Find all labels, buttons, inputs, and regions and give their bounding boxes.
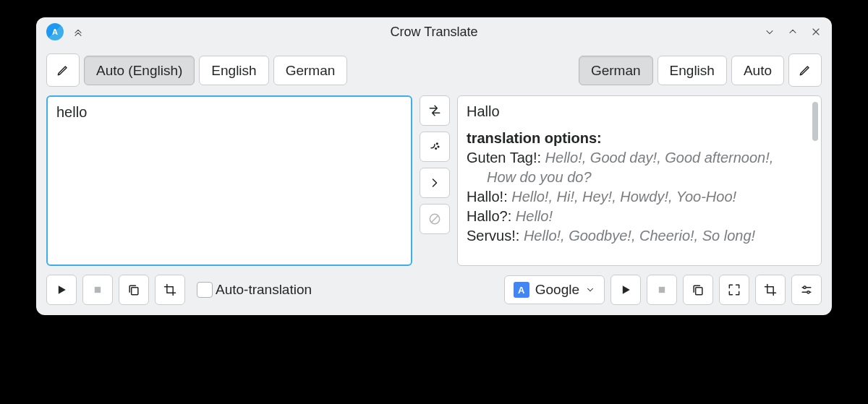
play-translation-button[interactable] bbox=[610, 275, 641, 305]
crop-icon bbox=[763, 283, 778, 297]
svg-point-3 bbox=[438, 146, 439, 147]
stop-translation-button[interactable] bbox=[647, 275, 677, 305]
google-translate-icon: A bbox=[514, 282, 529, 298]
ocr-source-button[interactable] bbox=[155, 275, 185, 305]
play-icon bbox=[618, 283, 633, 297]
svg-point-14 bbox=[804, 286, 806, 288]
play-source-button[interactable] bbox=[46, 275, 77, 305]
edit-target-langs-button[interactable] bbox=[788, 53, 822, 87]
app-icon: A bbox=[46, 23, 64, 40]
source-text-input[interactable] bbox=[46, 95, 412, 266]
source-lang-english[interactable]: English bbox=[199, 56, 268, 85]
svg-point-4 bbox=[435, 148, 437, 150]
copy-icon bbox=[691, 283, 705, 297]
translation-option: Hallo!: Hello!, Hi!, Hey!, Howdy!, Yoo-H… bbox=[487, 187, 799, 207]
target-lang-german[interactable]: German bbox=[579, 56, 653, 85]
source-lang-german[interactable]: German bbox=[273, 56, 348, 85]
svg-marker-7 bbox=[59, 285, 66, 294]
stop-icon bbox=[90, 283, 105, 297]
translation-options-header: translation options: bbox=[467, 130, 799, 147]
target-lang-auto[interactable]: Auto bbox=[731, 56, 784, 85]
engine-label: Google bbox=[535, 282, 579, 298]
cancel-icon bbox=[427, 212, 442, 226]
expand-translation-button[interactable] bbox=[719, 275, 749, 305]
app-window: A Crow Translate Auto (English) English … bbox=[36, 17, 832, 315]
expand-icon bbox=[727, 283, 741, 297]
close-icon[interactable] bbox=[810, 26, 822, 38]
pencil-icon bbox=[56, 63, 70, 77]
translation-option: Servus!: Hello!, Goodbye!, Cheerio!, So … bbox=[487, 226, 799, 246]
clear-sparkle-icon bbox=[427, 139, 442, 154]
svg-rect-9 bbox=[132, 288, 138, 295]
swap-icon bbox=[427, 103, 442, 118]
stop-icon bbox=[655, 283, 669, 297]
middle-column bbox=[420, 95, 450, 266]
sliders-icon bbox=[799, 283, 814, 297]
titlebar: A Crow Translate bbox=[36, 17, 832, 46]
svg-line-6 bbox=[432, 216, 438, 222]
cancel-button[interactable] bbox=[420, 204, 450, 234]
translation-option: Guten Tag!: Hello!, Good day!, Good afte… bbox=[487, 148, 799, 187]
maximize-icon[interactable] bbox=[787, 26, 799, 38]
translation-output: Hallo translation options: Guten Tag!: H… bbox=[457, 95, 822, 266]
engine-selector[interactable]: A Google bbox=[504, 275, 605, 304]
svg-rect-12 bbox=[696, 288, 702, 295]
swap-languages-button[interactable] bbox=[420, 95, 450, 126]
bottom-row: Auto-translation A Google bbox=[46, 275, 822, 305]
pencil-icon bbox=[798, 63, 812, 77]
ocr-translation-button[interactable] bbox=[755, 275, 786, 305]
source-lang-auto[interactable]: Auto (English) bbox=[84, 56, 195, 85]
svg-rect-8 bbox=[95, 287, 101, 293]
chevron-right-icon bbox=[427, 176, 442, 190]
window-title: Crow Translate bbox=[36, 25, 832, 40]
keep-above-icon[interactable] bbox=[72, 26, 84, 38]
copy-translation-button[interactable] bbox=[683, 275, 713, 305]
settings-button[interactable] bbox=[791, 275, 822, 305]
chevron-down-icon bbox=[585, 285, 595, 295]
svg-point-16 bbox=[807, 291, 809, 293]
auto-translation-checkbox[interactable] bbox=[197, 282, 213, 298]
body-row: Hallo translation options: Guten Tag!: H… bbox=[46, 95, 822, 266]
crop-icon bbox=[163, 283, 177, 297]
copy-icon bbox=[127, 283, 141, 297]
play-icon bbox=[54, 283, 69, 297]
clear-button[interactable] bbox=[420, 132, 450, 162]
stop-source-button[interactable] bbox=[82, 275, 113, 305]
minimize-icon[interactable] bbox=[764, 26, 775, 38]
edit-source-langs-button[interactable] bbox=[46, 53, 80, 87]
copy-source-button[interactable] bbox=[119, 275, 149, 305]
svg-point-2 bbox=[437, 143, 438, 145]
svg-rect-11 bbox=[659, 287, 665, 293]
language-row: Auto (English) English German German Eng… bbox=[46, 53, 822, 87]
scrollbar-thumb[interactable] bbox=[812, 102, 818, 141]
target-lang-english[interactable]: English bbox=[658, 56, 727, 85]
translation-option: Hallo?: Hello! bbox=[487, 207, 799, 226]
svg-marker-10 bbox=[623, 285, 630, 294]
translate-button[interactable] bbox=[420, 168, 450, 198]
translation-result: Hallo bbox=[467, 103, 799, 120]
auto-translation-label: Auto-translation bbox=[216, 282, 312, 298]
